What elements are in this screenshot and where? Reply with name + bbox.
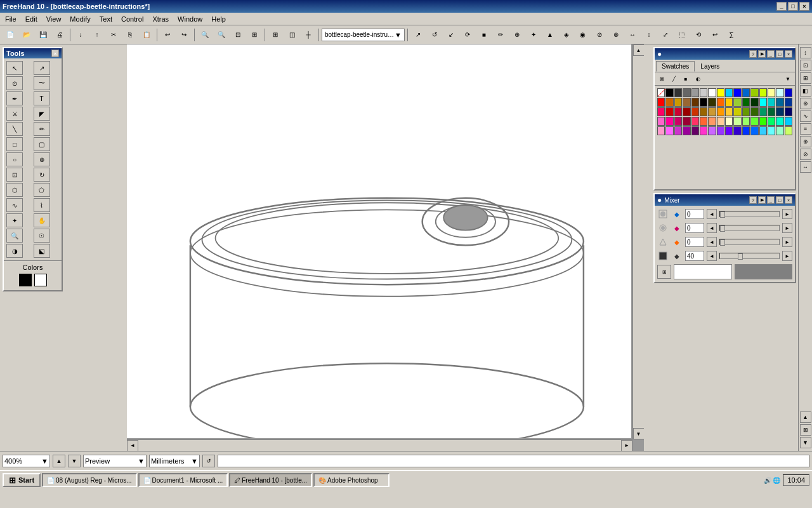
swatch-r1-1[interactable] — [665, 98, 673, 107]
mixer-left-3[interactable]: ◄ — [707, 251, 717, 261]
swatch-r1-0[interactable] — [657, 98, 665, 107]
swatch-r3-0[interactable] — [657, 117, 665, 126]
tb-tool19[interactable]: ↩ — [707, 28, 723, 42]
mixer-thumb-3[interactable] — [738, 253, 743, 260]
swatch-r1-14[interactable] — [776, 98, 783, 107]
mixer-input-0[interactable] — [685, 209, 704, 219]
swatch-r3-13[interactable] — [768, 117, 775, 126]
print-btn[interactable]: 🖨 — [52, 28, 67, 42]
mixer-track-1[interactable] — [719, 225, 780, 231]
swatch-r2-13[interactable] — [768, 107, 775, 116]
menu-window[interactable]: Window — [174, 14, 206, 24]
far-right-btn-3[interactable]: ⊞ — [800, 72, 811, 84]
swatch-r4-2[interactable] — [674, 126, 682, 135]
swatch-yellow-green[interactable] — [759, 88, 767, 97]
tb-tool18[interactable]: ⟲ — [691, 28, 706, 42]
status-btn-1[interactable]: ▲ — [53, 455, 65, 467]
menu-view[interactable]: View — [43, 14, 65, 24]
redo-btn[interactable]: ↪ — [176, 28, 192, 42]
refresh-btn[interactable]: ↺ — [202, 455, 215, 467]
swatch-r3-12[interactable] — [759, 117, 767, 126]
swatch-r3-2[interactable] — [674, 117, 682, 126]
swatch-r1-5[interactable] — [700, 98, 707, 107]
swatch-r3-1[interactable] — [665, 117, 673, 126]
mixer-track-2[interactable] — [719, 239, 780, 245]
tb-tool6[interactable]: ✏ — [493, 28, 508, 42]
far-right-btn-9[interactable]: ⊘ — [800, 149, 811, 160]
mixer-help-btn[interactable]: ? — [749, 196, 757, 204]
swatch-r3-6[interactable] — [708, 117, 716, 126]
swatch-r2-14[interactable] — [776, 107, 783, 116]
far-right-btn-6[interactable]: ∿ — [800, 110, 811, 122]
swatch-r4-11[interactable] — [750, 126, 758, 135]
swatch-r4-6[interactable] — [708, 126, 716, 135]
mixer-right-2[interactable]: ► — [782, 237, 792, 247]
canvas-inner[interactable] — [127, 44, 631, 438]
mixer-close-btn[interactable]: × — [785, 196, 792, 204]
menu-edit[interactable]: Edit — [22, 14, 41, 24]
swatch-r1-15[interactable] — [785, 98, 792, 107]
tool-pencil[interactable]: ✏ — [34, 122, 50, 136]
swatch-r1-7[interactable] — [717, 98, 724, 107]
swatch-blue-mid[interactable] — [742, 88, 750, 97]
mixer-thumb-1[interactable] — [720, 225, 725, 232]
menu-modify[interactable]: Modify — [66, 14, 94, 24]
swatch-black[interactable] — [665, 88, 673, 97]
swatch-r4-9[interactable] — [733, 126, 741, 135]
copy-btn[interactable]: ⎘ — [122, 28, 138, 42]
fit-page-btn[interactable]: ⊞ — [247, 28, 262, 42]
tb-tool11[interactable]: ◉ — [575, 28, 591, 42]
swatch-r2-8[interactable] — [725, 107, 733, 116]
status-btn-2[interactable]: ▼ — [68, 455, 81, 467]
tool-zoom[interactable]: 🔍 — [6, 229, 23, 243]
mixer-minimize-btn[interactable]: _ — [767, 196, 775, 204]
sw-tb-3[interactable]: ■ — [680, 74, 691, 84]
guides-btn[interactable]: ┼ — [301, 28, 316, 42]
mixer-controls-btn[interactable]: ⊞ — [657, 265, 671, 279]
far-right-btn-1[interactable]: ↕ — [800, 47, 811, 58]
tool-blend[interactable]: ◑ — [6, 244, 23, 258]
taskbar-item-3[interactable]: 🎨 Adobe Photoshop — [313, 473, 390, 487]
undo-btn[interactable]: ↩ — [160, 28, 175, 42]
mixer-expand-btn[interactable]: ▶ — [758, 196, 766, 204]
scroll-right-btn[interactable]: ► — [621, 440, 632, 451]
export-btn[interactable]: ↑ — [89, 28, 105, 42]
new-btn[interactable]: 📄 — [3, 28, 18, 42]
tool-roughen[interactable]: ⌇ — [34, 198, 50, 212]
sw-tb-1[interactable]: ⊠ — [656, 74, 667, 84]
cut-btn[interactable]: ✂ — [106, 28, 121, 42]
swatches-close-btn[interactable]: × — [785, 50, 792, 58]
swatch-r4-4[interactable] — [691, 126, 699, 135]
swatch-blue[interactable] — [733, 88, 741, 97]
tab-swatches[interactable]: Swatches — [656, 61, 695, 72]
import-btn[interactable]: ↓ — [73, 28, 88, 42]
far-right-btn-8[interactable]: ⊕ — [800, 136, 811, 147]
swatch-r1-6[interactable] — [708, 98, 716, 107]
mixer-thumb-0[interactable] — [720, 211, 725, 218]
menu-file[interactable]: File — [1, 14, 20, 24]
taskbar-item-1[interactable]: 📄 Document1 - Microsoft ... — [138, 473, 228, 487]
swatch-r3-3[interactable] — [683, 117, 690, 126]
mixer-left-1[interactable]: ◄ — [707, 223, 717, 233]
tool-distort[interactable]: ⬠ — [34, 183, 50, 197]
tab-layers[interactable]: Layers — [695, 61, 725, 72]
swatch-dark-blue[interactable] — [785, 88, 792, 97]
mixer-thumb-2[interactable] — [720, 239, 725, 246]
tb-tool2[interactable]: ↺ — [427, 28, 442, 42]
save-btn[interactable]: 💾 — [36, 28, 51, 42]
swatch-r2-6[interactable] — [708, 107, 716, 116]
swatch-333[interactable] — [674, 88, 682, 97]
tb-tool7[interactable]: ⊕ — [509, 28, 525, 42]
swatch-green-light[interactable] — [750, 88, 758, 97]
tb-tool4[interactable]: ⟳ — [460, 28, 475, 42]
grid-btn[interactable]: ⊞ — [268, 28, 283, 42]
zoom-dropdown[interactable]: 400% ▼ — [3, 455, 50, 467]
swatch-r2-0[interactable] — [657, 107, 665, 116]
swatch-r3-7[interactable] — [717, 117, 724, 126]
mixer-input-3[interactable] — [685, 251, 704, 261]
bg-color-swatch[interactable] — [34, 274, 47, 286]
mixer-track-0[interactable] — [719, 211, 780, 217]
far-right-btn-scroll-mid[interactable]: ⊠ — [800, 424, 811, 436]
swatch-r2-9[interactable] — [733, 107, 741, 116]
swatch-r4-3[interactable] — [683, 126, 690, 135]
